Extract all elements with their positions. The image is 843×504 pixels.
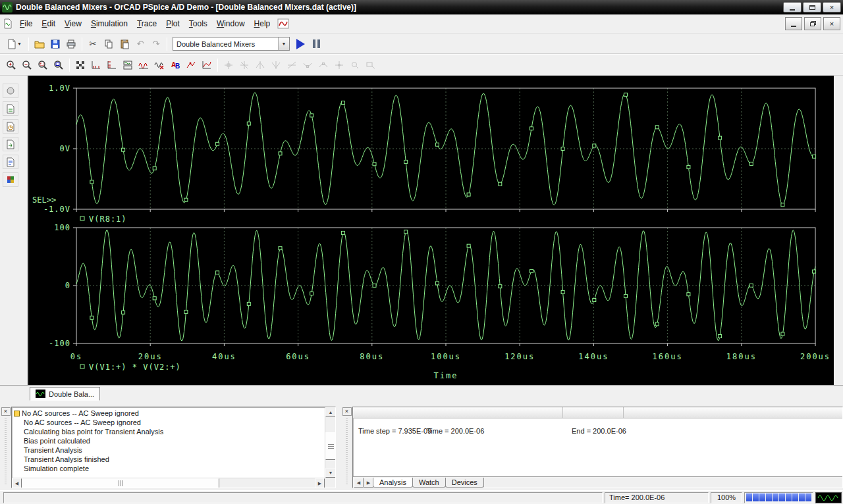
unsynchronize-plot-button[interactable] [151,57,167,72]
zoom-in-button[interactable] [3,57,19,72]
scroll-down-button[interactable]: ▼ [325,468,336,478]
list-item[interactable]: No AC sources -- AC Sweep ignored [14,409,323,418]
tab-scroll-right-button[interactable]: ▶ [364,478,373,488]
svg-text:-100: -100 [49,339,70,348]
list-item[interactable]: Transient Analysis [14,445,323,455]
separator [217,59,218,72]
goal-functions-icon [186,60,196,70]
menu-window[interactable]: Window [212,16,250,31]
netlist-file-button[interactable] [3,155,18,169]
status-time: Time= 200.0E-06 [605,492,709,503]
svg-text:V(R8:1): V(R8:1) [89,214,127,224]
y-log-scale-icon [107,60,117,70]
zoom-out-button[interactable] [19,57,35,72]
mdi-minimize-button[interactable] [785,17,802,30]
evaluate-measurement-button[interactable] [199,57,215,72]
goal-functions-button[interactable] [183,57,199,72]
menu-edit[interactable]: Edit [37,16,60,31]
cut-button[interactable]: ✂ [85,36,101,51]
separator [28,38,29,51]
cursor-max-button[interactable] [315,57,331,72]
simulation-queue-button[interactable] [3,119,18,134]
zoom-fit-button[interactable] [51,57,67,72]
menu-plot[interactable]: Plot [161,16,184,31]
drag-grip[interactable] [5,418,7,486]
add-plot-button[interactable] [120,57,136,72]
palette-button[interactable] [3,172,18,187]
menu-view[interactable]: View [60,16,86,31]
cursor-search-button[interactable] [347,57,363,72]
float-dock-button[interactable] [3,84,18,98]
list-item[interactable]: Simulation complete [14,464,323,473]
toggle-cursor-button[interactable] [221,57,236,72]
save-button[interactable] [47,36,63,51]
drag-grip[interactable] [346,418,348,486]
simulation-profile-select[interactable]: Double Balanced Mixers ▼ [173,37,290,51]
redo-button[interactable]: ↷ [148,36,164,51]
menu-trace[interactable]: Trace [132,16,161,31]
tab-analysis[interactable]: Analysis [373,478,413,488]
vertical-scroll-thumb[interactable] [325,432,336,460]
svg-text:80us: 80us [360,352,384,361]
cursor-slope-button[interactable] [284,57,300,72]
document-tab-label: Double Bala... [49,390,94,398]
fourier-button[interactable] [136,57,151,72]
mdi-close-button[interactable]: × [823,17,840,30]
column-divider [623,407,624,418]
minimize-button[interactable] [783,2,802,13]
mdi-restore-button[interactable] [804,17,821,30]
horizontal-scroll-thumb[interactable] [22,478,219,488]
list-item[interactable]: Bias point calculated [14,436,323,445]
cursor-min-button[interactable] [300,57,315,72]
svg-text:200us: 200us [800,352,830,361]
new-simulation-button[interactable]: ▼ [3,36,26,51]
run-simulation-button[interactable] [292,36,308,51]
x-log-scale-button[interactable] [88,57,104,72]
waveform-plot-area[interactable]: 1.0V0V-1.0VV(R8:1)1000-100V(V1:+) * V(V2… [28,76,834,385]
pause-simulation-button[interactable] [308,36,324,51]
cursor-freeze-button[interactable] [236,57,252,72]
thumb-grip [121,480,121,486]
status-tab-strip: ◀ ▶ Analysis Watch Devices [353,476,842,488]
cursor-point-button[interactable] [331,57,347,72]
y-log-scale-button[interactable] [104,57,120,72]
mark-data-points-button[interactable] [72,57,88,72]
tab-scroll-left-button[interactable]: ◀ [354,478,364,488]
print-button[interactable] [63,36,79,51]
mark-label-button[interactable] [363,57,379,72]
output-window-button[interactable] [3,137,18,151]
combobox-dropdown-button[interactable]: ▼ [278,38,289,50]
status-panel-close-button[interactable]: × [342,407,352,416]
schematic-page-button[interactable] [3,101,18,116]
paste-button[interactable] [117,36,132,51]
undo-button[interactable]: ↶ [132,36,148,51]
scroll-right-button[interactable]: ▶ [315,478,325,488]
copy-button[interactable] [101,36,117,51]
output-panel-close-button[interactable]: × [1,407,11,416]
menu-simulation[interactable]: Simulation [86,16,132,31]
menu-file[interactable]: File [15,16,37,31]
open-button[interactable] [32,36,47,51]
zoom-area-button[interactable] [35,57,51,72]
close-button[interactable]: × [823,2,841,13]
waveform-chart[interactable]: 1.0V0V-1.0VV(R8:1)1000-100V(V1:+) * V(V2… [28,76,834,385]
document-tab[interactable]: Double Bala... [30,387,100,401]
scroll-left-button[interactable]: ◀ [12,478,22,488]
horizontal-scrollbar[interactable]: ◀ ▶ [12,478,325,488]
evaluate-measurement-icon [202,60,212,70]
list-item[interactable]: Transient Analysis finished [14,455,323,464]
tab-devices[interactable]: Devices [445,478,484,488]
svg-text:B: B [175,63,180,70]
maximize-button[interactable] [803,2,821,13]
svg-text:0s: 0s [70,352,82,361]
vertical-scrollbar[interactable]: ▲ ▼ [325,407,335,478]
performance-analysis-button[interactable]: AB [167,57,183,72]
menu-help[interactable]: Help [250,16,275,31]
cursor-trough-button[interactable] [268,57,284,72]
list-item[interactable]: Calculating bias point for Transient Ana… [14,427,323,436]
menu-tools[interactable]: Tools [184,16,212,31]
tab-watch[interactable]: Watch [412,478,446,488]
cursor-peak-button[interactable] [252,57,268,72]
list-item[interactable]: No AC sources -- AC Sweep ignored [14,418,323,427]
scroll-up-button[interactable]: ▲ [325,407,336,417]
